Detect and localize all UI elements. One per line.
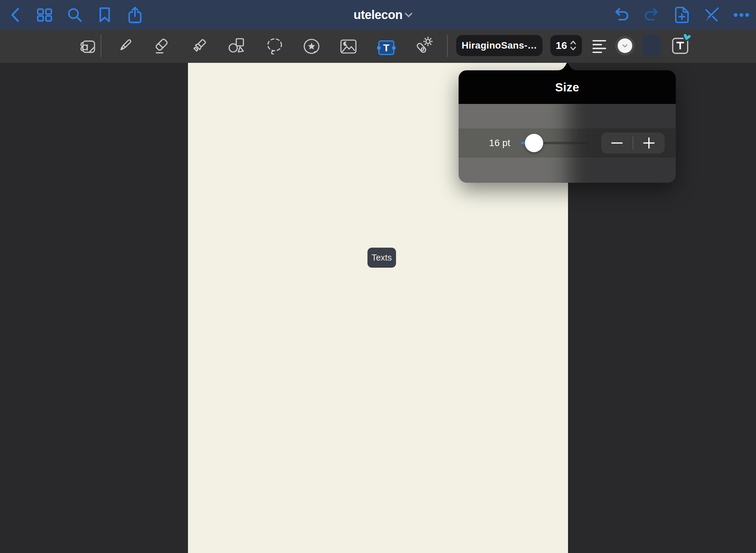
size-popover-title: Size xyxy=(555,81,579,94)
shapes-tool-icon xyxy=(228,37,247,56)
redo-button[interactable] xyxy=(640,0,662,30)
selected-text-object[interactable]: Texts xyxy=(367,248,396,268)
lasso-tool-icon xyxy=(265,37,284,56)
eraser-tool-button[interactable] xyxy=(148,30,174,63)
highlighter-tool-icon xyxy=(190,37,209,56)
size-slider[interactable] xyxy=(521,128,589,158)
text-tool-selection-handle-left xyxy=(377,46,381,50)
lasso-tool-button[interactable] xyxy=(262,30,288,63)
shapes-tool-button[interactable] xyxy=(224,30,250,63)
size-stepper-chevrons-icon xyxy=(570,39,577,52)
text-color-button[interactable] xyxy=(615,36,635,55)
size-popover-spacer xyxy=(459,104,676,128)
pen-tool-icon xyxy=(116,37,135,56)
font-family-label: HiraginoSans-… xyxy=(462,40,537,51)
undo-icon xyxy=(613,7,630,22)
toolbar-divider xyxy=(101,35,101,57)
size-value-label: 16 pt xyxy=(479,128,520,158)
laser-pointer-tool-icon xyxy=(414,37,434,56)
font-size-button[interactable]: 16 xyxy=(550,35,582,56)
popover-arrow xyxy=(558,63,577,70)
more-button[interactable] xyxy=(731,0,752,30)
plus-icon xyxy=(643,137,655,149)
read-only-mode-button[interactable] xyxy=(74,30,100,63)
selected-text-label: Texts xyxy=(372,253,392,263)
highlighter-tool-button[interactable] xyxy=(186,30,212,63)
size-decrease-button[interactable] xyxy=(601,132,633,154)
size-stepper xyxy=(601,132,665,154)
pen-tool-button[interactable] xyxy=(112,30,138,63)
eraser-tool-icon xyxy=(152,37,171,56)
add-page-icon xyxy=(674,6,690,24)
image-tool-icon xyxy=(339,37,358,56)
crossed-pencil-icon xyxy=(703,7,720,23)
size-row: 16 pt xyxy=(459,128,676,158)
stickers-tool-button[interactable] xyxy=(299,30,325,63)
highlighted-control-chip xyxy=(642,35,661,56)
size-popover: Size 16 pt xyxy=(459,70,676,183)
stickers-tool-icon xyxy=(302,37,322,56)
font-size-value: 16 xyxy=(556,40,567,51)
favorite-text-style-icon xyxy=(670,34,691,56)
undo-button[interactable] xyxy=(611,0,633,30)
text-tool-selection-handle-right xyxy=(392,46,396,50)
read-only-mode-icon xyxy=(78,37,97,56)
navigation-bar: utelecon xyxy=(0,0,756,30)
stop-editing-button[interactable] xyxy=(701,0,722,30)
align-left-icon xyxy=(592,39,606,54)
text-tool-label: T xyxy=(383,43,389,53)
add-page-button[interactable] xyxy=(671,0,693,30)
text-tool-button[interactable]: T xyxy=(378,40,394,55)
ellipsis-icon xyxy=(733,13,750,17)
document-title: utelecon xyxy=(354,8,402,22)
text-color-swatch xyxy=(618,38,632,53)
color-chevron-down-icon xyxy=(622,44,628,48)
image-tool-button[interactable] xyxy=(336,30,361,63)
title-chevron-down-icon xyxy=(405,12,413,18)
minus-icon xyxy=(611,137,623,149)
tools-toolbar: T HiraginoSans-… xyxy=(0,30,756,63)
toolbar-divider xyxy=(447,35,448,57)
text-align-button[interactable] xyxy=(592,30,606,63)
favorite-text-style-button[interactable] xyxy=(670,34,691,56)
size-slider-thumb[interactable] xyxy=(525,134,543,152)
size-popover-header: Size xyxy=(459,70,676,104)
redo-icon xyxy=(643,7,660,22)
size-increase-button[interactable] xyxy=(633,132,665,154)
laser-pointer-tool-button[interactable] xyxy=(411,30,437,63)
font-family-button[interactable]: HiraginoSans-… xyxy=(456,35,543,56)
